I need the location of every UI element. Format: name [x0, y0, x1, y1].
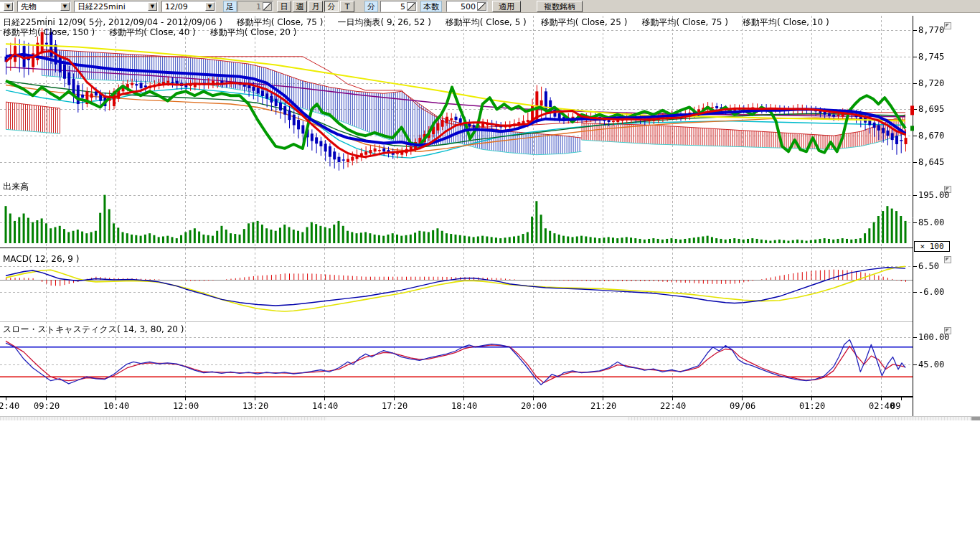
period-minute-button[interactable]: 分 — [324, 1, 339, 12]
partial-combobox[interactable]: ▼ — [0, 1, 14, 12]
volume-axis-tick-label: 195.00 — [918, 190, 949, 200]
time-axis-label: 17:20 — [382, 401, 407, 411]
time-axis-label: 02:40 — [0, 401, 19, 411]
chevron-down-icon[interactable]: ▼ — [60, 2, 70, 11]
legend-item: 移動平均( Close, 10 ) — [743, 17, 829, 27]
bars-count-value: 500 — [461, 2, 476, 11]
volume-multiplier-badge: × 100 — [914, 241, 950, 252]
legend-item: 一目均衡表( 9, 26, 52 ) — [337, 17, 430, 27]
contract-month-value: 12/09 — [165, 2, 188, 11]
time-axis-label: 09 — [890, 401, 900, 411]
macd-axis-tick-label: 6.50 — [918, 261, 939, 271]
volume-pane-title: 出来高 — [3, 181, 29, 193]
pane-collapse-icon[interactable] — [944, 256, 951, 263]
time-axis-label: 13:20 — [242, 401, 268, 411]
instrument-combobox[interactable]: 日経225mini ▼ — [74, 1, 159, 12]
stoch-axis-tick-label: 45.00 — [918, 359, 944, 369]
spin-button[interactable] — [263, 2, 272, 11]
instrument-value: 日経225mini — [77, 2, 126, 11]
legend-item: 移動平均( Close, 25 ) — [541, 17, 628, 27]
bars-count-label: 本数 — [420, 1, 442, 12]
price-axis-tick-label: 8,720 — [918, 78, 944, 88]
time-axis-label: 01:20 — [799, 401, 825, 411]
price-axis-tick-label: 8,645 — [918, 157, 944, 167]
legend-item: 移動平均( Close, 5 ) — [446, 17, 527, 27]
period-month-button[interactable]: 月 — [308, 1, 323, 12]
volume-axis-tick-label: 85.00 — [918, 217, 944, 227]
time-axis-label: 20:00 — [521, 401, 547, 411]
apply-button[interactable]: 適用 — [492, 1, 521, 12]
time-axis-label: 10:40 — [103, 401, 129, 411]
price-axis-tick-label: 8,670 — [918, 131, 944, 141]
minute-value: 5 — [400, 2, 405, 11]
time-axis-label: 09:20 — [34, 401, 60, 411]
bar-type-label: 足 — [223, 1, 237, 12]
spin-button[interactable] — [407, 2, 416, 11]
chevron-down-icon[interactable]: ▼ — [4, 2, 13, 11]
price-axis-tick-label: 8,745 — [918, 52, 944, 62]
instrument-type-value: 先物 — [21, 2, 37, 11]
scrollbar-track[interactable] — [326, 417, 628, 420]
bars-count-stepper[interactable]: 500 — [446, 1, 488, 12]
time-axis-label: 22:40 — [660, 401, 686, 411]
legend-row-2: 移動平均( Close, 150 )移動平均( Close, 40 )移動平均(… — [3, 27, 311, 39]
time-axis-label: 21:20 — [590, 401, 616, 411]
spin-button[interactable] — [477, 2, 486, 11]
chart-area: 日経225mini 12/09( 5分, 2012/09/04 - 2012/0… — [0, 0, 980, 551]
time-axis-label: 09/06 — [730, 401, 755, 411]
chevron-down-icon[interactable]: ▼ — [205, 2, 215, 11]
contract-month-combobox[interactable]: 12/09 ▼ — [161, 1, 216, 12]
stochastics-pane-title: スロー・ストキャスティクス( 14, 3, 80, 20 ) — [3, 324, 184, 336]
multi-symbol-button[interactable]: 複数銘柄 — [537, 1, 583, 12]
period-day-button[interactable]: 日 — [277, 1, 291, 12]
chart-canvas[interactable] — [0, 0, 980, 430]
period-week-button[interactable]: 週 — [293, 1, 307, 12]
scrollbar-end-block[interactable] — [971, 417, 980, 420]
minute-stepper[interactable]: 5 — [380, 1, 418, 12]
time-axis-label: 12:00 — [173, 401, 199, 411]
legend-item: 移動平均( Close, 150 ) — [3, 27, 95, 37]
legend-item: 移動平均( Close, 20 ) — [210, 27, 297, 37]
macd-axis-tick-label: -6.00 — [918, 287, 944, 297]
legend-item: 移動平均( Close, 75 ) — [641, 17, 728, 27]
chevron-down-icon[interactable]: ▼ — [148, 2, 157, 11]
time-axis-label: 18:40 — [451, 401, 477, 411]
bar-interval-stepper[interactable]: 1 — [237, 1, 273, 12]
legend-item: 日経225mini 12/09( 5分, 2012/09/04 - 2012/0… — [3, 17, 222, 27]
price-axis-tick-label: 8,770 — [918, 25, 944, 35]
stoch-axis-tick-label: 100.00 — [918, 332, 949, 342]
toolbar: ▼ 先物 ▼ 日経225mini ▼ 12/09 ▼ 足 1 日 週 月 分 T… — [0, 0, 980, 13]
legend-item: 移動平均( Close, 75 ) — [237, 17, 324, 27]
instrument-type-combobox[interactable]: 先物 ▼ — [17, 1, 71, 12]
macd-pane-title: MACD( 12, 26, 9 ) — [3, 254, 79, 264]
price-axis-tick-label: 8,695 — [918, 104, 944, 114]
legend-item: 移動平均( Close, 40 ) — [109, 27, 196, 37]
pane-collapse-icon[interactable] — [944, 22, 951, 29]
horizontal-scrollbar[interactable] — [0, 416, 980, 420]
minute-label: 分 — [364, 1, 378, 12]
period-tick-button[interactable]: T — [340, 1, 354, 12]
bar-interval-value: 1 — [256, 2, 261, 11]
time-axis-label: 14:40 — [312, 401, 338, 411]
